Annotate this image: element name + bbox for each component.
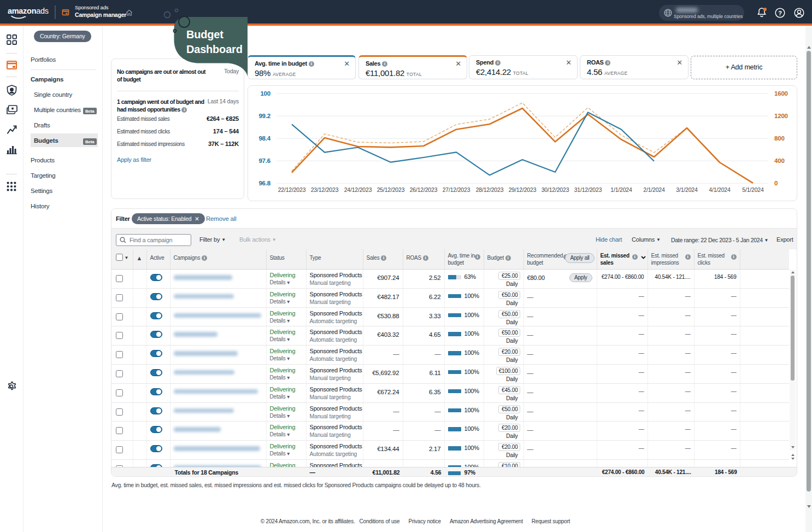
svg-text:4/1/2024: 4/1/2024	[709, 186, 731, 193]
svg-text:Budget: Budget	[186, 28, 223, 40]
svg-text:24/12/2023: 24/12/2023	[344, 186, 372, 193]
svg-text:97.6: 97.6	[258, 157, 270, 164]
svg-text:Dashboard: Dashboard	[186, 43, 243, 55]
svg-text:1600: 1600	[774, 90, 788, 97]
svg-text:800: 800	[774, 135, 785, 142]
svg-text:22/12/2023: 22/12/2023	[278, 186, 306, 193]
svg-text:400: 400	[774, 157, 785, 164]
svg-text:?: ?	[778, 10, 782, 16]
svg-text:96.8: 96.8	[258, 180, 270, 186]
svg-text:99.2: 99.2	[258, 113, 270, 119]
svg-text:27/12/2023: 27/12/2023	[443, 186, 470, 193]
svg-text:26/12/2023: 26/12/2023	[410, 186, 438, 193]
svg-text:25/12/2023: 25/12/2023	[377, 186, 405, 193]
svg-text:28/12/2023: 28/12/2023	[476, 186, 504, 193]
svg-text:100: 100	[260, 90, 270, 97]
svg-text:98.4: 98.4	[258, 135, 270, 142]
svg-text:1200: 1200	[774, 113, 788, 119]
svg-text:23/12/2023: 23/12/2023	[311, 186, 339, 193]
svg-text:29/12/2023: 29/12/2023	[509, 186, 537, 193]
svg-text:30/12/2023: 30/12/2023	[542, 186, 569, 193]
svg-text:2/1/2024: 2/1/2024	[643, 186, 665, 193]
svg-text:0: 0	[774, 180, 778, 186]
svg-text:5/1/2024: 5/1/2024	[742, 186, 764, 193]
svg-text:1/1/2024: 1/1/2024	[610, 186, 632, 193]
svg-text:3/1/2024: 3/1/2024	[676, 186, 698, 193]
svg-text:31/12/2023: 31/12/2023	[574, 186, 602, 193]
